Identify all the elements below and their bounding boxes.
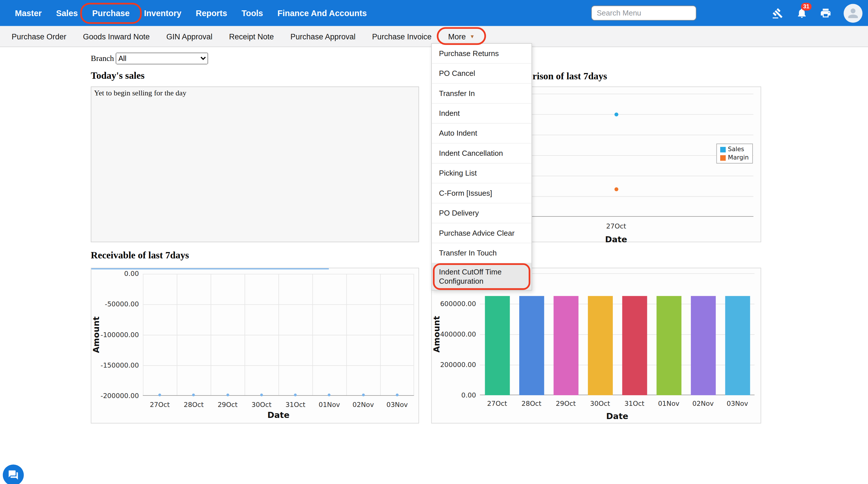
secondary-nav-item-receipt-note[interactable]: Receipt Note <box>221 26 282 47</box>
y-axis-title: Amount <box>91 293 101 376</box>
x-tick-label: 02Nov <box>686 399 720 407</box>
secondary-nav-item-gin-approval[interactable]: GIN Approval <box>158 26 221 47</box>
y-tick-label: -200000.00 <box>91 392 139 399</box>
x-tick-label: 27Oct <box>599 222 633 230</box>
top-icons: 31 <box>761 6 832 20</box>
receivable-chart-title: Receivable of last 7days <box>91 250 189 261</box>
chat-bubble-icon[interactable] <box>3 464 24 484</box>
secondary-nav-label: Purchase Order <box>11 32 66 41</box>
data-point-marker <box>226 394 229 396</box>
bar-30oct <box>588 296 613 395</box>
secondary-nav-item-more[interactable]: More▼ <box>440 26 483 47</box>
legend-swatch <box>720 155 725 160</box>
secondary-nav-label: Goods Inward Note <box>83 32 150 41</box>
data-point-margin <box>614 187 618 191</box>
today-sales-empty-text: Yet to begin selling for the day <box>94 89 186 97</box>
branch-select[interactable]: All <box>116 53 208 64</box>
legend-label: Sales <box>728 146 744 153</box>
chevron-down-icon: ▼ <box>470 34 474 39</box>
bar-03nov <box>725 296 750 395</box>
data-point-marker <box>158 394 161 396</box>
x-tick-label: 29Oct <box>210 401 245 408</box>
legend-swatch <box>720 147 725 152</box>
today-sales-title: Today's sales <box>91 70 144 82</box>
search-input[interactable] <box>591 5 696 21</box>
x-tick-label: 31Oct <box>617 399 652 407</box>
bar-31oct <box>622 296 647 395</box>
legend-item-margin: Margin <box>720 154 749 161</box>
top-nav-item-sales[interactable]: Sales <box>49 0 85 26</box>
avatar-icon[interactable] <box>844 4 863 23</box>
y-tick-label: 0.00 <box>432 392 476 399</box>
bar-01nov <box>656 296 681 395</box>
secondary-nav-label: More <box>448 32 466 41</box>
bar-29oct <box>553 296 578 395</box>
menu-item-transfer-in-touch[interactable]: Transfer In Touch <box>432 244 531 263</box>
secondary-nav-label: GIN Approval <box>166 32 212 41</box>
x-tick-label: 27Oct <box>143 401 177 408</box>
top-nav-item-master[interactable]: Master <box>8 0 49 26</box>
x-axis-title: Date <box>143 410 414 420</box>
x-tick-label: 31Oct <box>278 401 313 408</box>
menu-item-indent-cancellation[interactable]: Indent Cancellation <box>432 143 531 163</box>
bar-27oct <box>485 296 509 395</box>
secondary-nav-label: Purchase Invoice <box>372 32 431 41</box>
top-nav: MasterSalesPurchaseInventoryReportsTools… <box>0 0 868 26</box>
top-right-tools: 31 <box>591 4 868 23</box>
top-nav-item-reports[interactable]: Reports <box>189 0 234 26</box>
x-tick-label: 29Oct <box>549 399 583 407</box>
secondary-nav-item-purchase-order[interactable]: Purchase Order <box>3 26 74 47</box>
branch-label: Branch <box>91 54 114 63</box>
more-dropdown-menu: Purchase ReturnsPO CancelTransfer InInde… <box>431 43 532 290</box>
x-tick-label: 03Nov <box>380 401 414 408</box>
menu-item-indent[interactable]: Indent <box>432 104 531 123</box>
secondary-nav-label: Purchase Approval <box>290 32 355 41</box>
menu-item-po-cancel[interactable]: PO Cancel <box>432 64 531 84</box>
app-window: MasterSalesPurchaseInventoryReportsTools… <box>0 0 868 484</box>
y-tick-label: 0.00 <box>91 270 139 278</box>
menu-item-purchase-advice-clear[interactable]: Purchase Advice Clear <box>432 223 531 243</box>
data-point-marker <box>362 394 365 396</box>
secondary-nav-item-goods-inward-note[interactable]: Goods Inward Note <box>74 26 158 47</box>
menu-item-po-delivery[interactable]: PO Delivery <box>432 203 531 223</box>
receivable-series-line <box>91 268 329 269</box>
data-point-sales <box>614 112 618 116</box>
x-tick-label: 28Oct <box>515 399 549 407</box>
menu-item-indent-cutoff-time-configuration[interactable]: Indent CutOff Time Configuration <box>432 263 531 290</box>
comparison-chart-title-partial: rison of last 7days <box>532 70 607 82</box>
secondary-nav-item-purchase-approval[interactable]: Purchase Approval <box>282 26 364 47</box>
top-nav-item-inventory[interactable]: Inventory <box>137 0 189 26</box>
today-sales-panel: Yet to begin selling for the day <box>91 86 419 242</box>
chart-legend: SalesMargin <box>716 143 753 163</box>
top-nav-item-tools[interactable]: Tools <box>234 0 270 26</box>
top-nav-item-purchase[interactable]: Purchase <box>85 0 136 26</box>
printer-icon[interactable] <box>818 6 832 20</box>
gavel-icon[interactable] <box>771 6 784 20</box>
legend-label: Margin <box>728 154 749 161</box>
top-nav-items: MasterSalesPurchaseInventoryReportsTools… <box>0 0 374 26</box>
menu-item-transfer-in[interactable]: Transfer In <box>432 84 531 104</box>
receivable-plot-area <box>143 274 414 396</box>
y-axis-title: Amount <box>432 292 442 376</box>
menu-item-auto-indent[interactable]: Auto Indent <box>432 123 531 143</box>
data-point-marker <box>294 394 297 396</box>
branch-selector-row: Branch All <box>91 53 208 64</box>
data-point-marker <box>328 394 331 396</box>
menu-item-c-form-issues[interactable]: C-Form [Issues] <box>432 183 531 203</box>
menu-item-picking-list[interactable]: Picking List <box>432 164 531 183</box>
secondary-nav-item-purchase-invoice[interactable]: Purchase Invoice <box>364 26 440 47</box>
data-point-marker <box>192 394 195 396</box>
x-tick-label: 27Oct <box>480 399 515 407</box>
bar-02nov <box>691 296 716 395</box>
x-tick-label: 02Nov <box>346 401 381 408</box>
notification-badge: 31 <box>801 3 812 10</box>
menu-item-purchase-returns[interactable]: Purchase Returns <box>432 44 531 63</box>
bell-icon[interactable]: 31 <box>795 6 808 20</box>
x-tick-label: 03Nov <box>720 399 755 407</box>
x-tick-label: 30Oct <box>244 401 279 408</box>
data-point-marker <box>260 394 263 396</box>
legend-item-sales: Sales <box>720 146 749 153</box>
x-tick-label: 01Nov <box>652 399 686 407</box>
top-nav-item-finance-and-accounts[interactable]: Finance And Accounts <box>270 0 374 26</box>
secondary-nav-label: Receipt Note <box>229 32 274 41</box>
